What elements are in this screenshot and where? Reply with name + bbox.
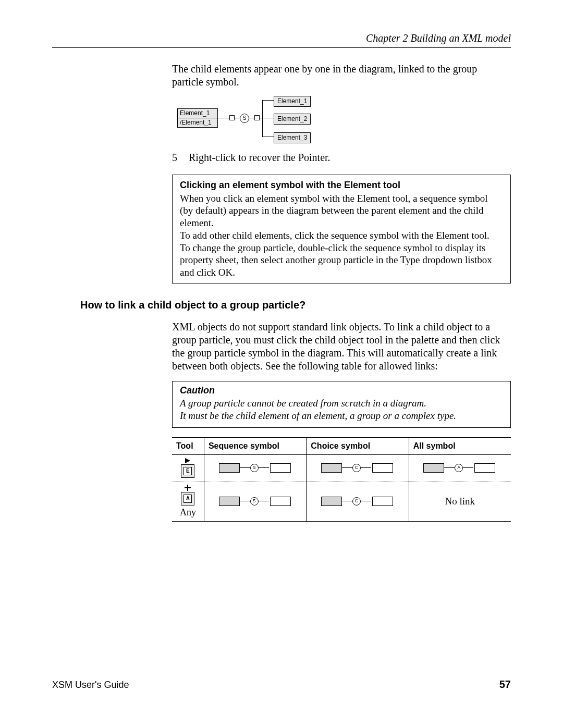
- any-tool-cursor-icon: [185, 485, 191, 491]
- info-box-paragraph: To change the group particle, double-cli…: [180, 242, 503, 279]
- particle-letter-icon: S: [250, 497, 259, 505]
- choice-cell: C: [307, 454, 409, 481]
- particle-letter-icon: S: [250, 464, 259, 472]
- all-cell-no-link: No link: [409, 481, 511, 522]
- choice-cell: C: [307, 481, 409, 522]
- parent-element-close: /Element_1: [178, 118, 217, 127]
- connector-line: [218, 118, 229, 118]
- element-tool-arrow-icon: [185, 458, 190, 463]
- caution-line: A group particle cannot be created from …: [180, 397, 503, 410]
- particle-letter-icon: C: [352, 497, 361, 505]
- connector-line: [235, 118, 240, 118]
- step-5: 5 Right-click to recover the Pointer.: [172, 151, 511, 164]
- tool-cell: A Any: [172, 481, 204, 522]
- element-tool-icon: E: [181, 464, 194, 478]
- sequence-cell: S: [204, 454, 306, 481]
- caution-title: Caution: [180, 385, 503, 397]
- connector-line: [262, 100, 274, 101]
- connector-node: [229, 115, 235, 120]
- mini-diagram: A: [423, 461, 496, 475]
- section-paragraph: XML objects do not support standard link…: [172, 320, 511, 373]
- body-content: The child elements appear one by one in …: [172, 63, 511, 283]
- particle-letter-icon: C: [352, 464, 361, 472]
- table-header-sequence: Sequence symbol: [204, 437, 306, 454]
- mini-diagram: S: [219, 494, 292, 509]
- mini-diagram: C: [321, 461, 394, 475]
- parent-element-name: Element_1: [178, 109, 217, 118]
- info-box-title: Clicking an element symbol with the Elem…: [180, 179, 503, 191]
- info-box: Clicking an element symbol with the Elem…: [172, 175, 511, 283]
- running-head: Chapter 2 Building an XML model: [52, 32, 511, 44]
- child-element-2: Element_2: [274, 114, 311, 125]
- all-cell: A: [409, 454, 511, 481]
- footer-page-number: 57: [499, 678, 511, 690]
- step-number: 5: [172, 151, 180, 164]
- connector-line: [262, 118, 274, 118]
- table-header-tool: Tool: [172, 437, 204, 454]
- tool-letter: A: [183, 495, 192, 503]
- intro-paragraph: The child elements appear one by one in …: [172, 63, 511, 89]
- caution-line: It must be the child element of an eleme…: [180, 410, 503, 422]
- table-row: E S: [172, 454, 511, 481]
- diagram-group-particle: Element_1 /Element_1 S Element_1 Element…: [177, 96, 339, 143]
- info-box-paragraph: When you click an element symbol with th…: [180, 192, 503, 229]
- connector-line: [262, 100, 263, 137]
- sequence-cell: S: [204, 481, 306, 522]
- header-rule: [52, 47, 511, 48]
- tool-caption: Any: [180, 507, 196, 519]
- mini-diagram: C: [321, 494, 394, 509]
- caution-box: Caution A group particle cannot be creat…: [172, 381, 511, 428]
- connector-node: [254, 115, 260, 120]
- child-element-3: Element_3: [274, 132, 311, 143]
- section-content: XML objects do not support standard link…: [172, 320, 511, 522]
- tool-letter: E: [183, 467, 192, 475]
- allowed-links-table: Tool Sequence symbol Choice symbol All s…: [172, 437, 511, 522]
- connector-line: [249, 118, 254, 118]
- sequence-particle-icon: S: [240, 114, 249, 123]
- table-header-choice: Choice symbol: [307, 437, 409, 454]
- section-heading: How to link a child object to a group pa…: [52, 299, 511, 311]
- page: Chapter 2 Building an XML model The chil…: [0, 0, 563, 728]
- info-box-paragraph: To add other child elements, click the s…: [180, 229, 503, 242]
- connector-line: [262, 137, 274, 137]
- particle-letter-icon: A: [455, 464, 463, 472]
- page-footer: XSM User's Guide 57: [52, 678, 511, 690]
- parent-element-box: Element_1 /Element_1: [177, 108, 218, 128]
- table-row: A Any S: [172, 481, 511, 522]
- footer-doc-title: XSM User's Guide: [52, 680, 129, 690]
- mini-diagram: S: [219, 461, 292, 475]
- tool-cell: E: [172, 454, 204, 481]
- any-tool-icon: A: [181, 492, 194, 505]
- table-header-all: All symbol: [409, 437, 511, 454]
- step-text: Right-click to recover the Pointer.: [189, 151, 511, 164]
- child-element-1: Element_1: [274, 96, 311, 107]
